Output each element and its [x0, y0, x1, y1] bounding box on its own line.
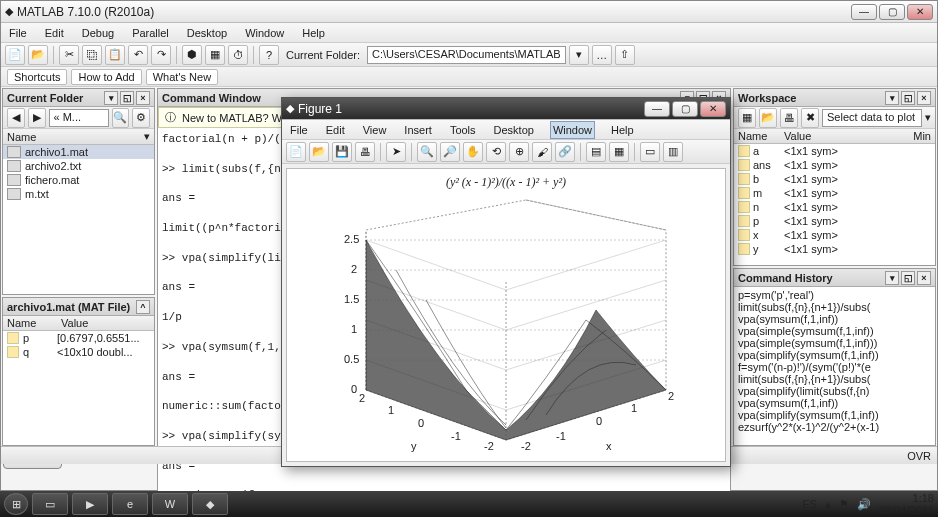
shortcuts-button[interactable]: Shortcuts — [7, 69, 67, 85]
hist-close-icon[interactable]: × — [917, 271, 931, 285]
fig-maximize-button[interactable]: ▢ — [672, 101, 698, 117]
ws-menu-icon[interactable]: ▾ — [885, 91, 899, 105]
fig-brush-button[interactable]: 🖌 — [532, 142, 552, 162]
fig-colorbar-button[interactable]: ▤ — [586, 142, 606, 162]
workspace-list[interactable]: a<1x1 sym> ans<1x1 sym> b<1x1 sym> m<1x1… — [734, 144, 935, 265]
plot-dropdown-icon[interactable]: ▾ — [925, 111, 931, 124]
ws-open-button[interactable]: 📂 — [759, 108, 777, 128]
figure-titlebar[interactable]: ◆ Figure 1 — ▢ ✕ — [282, 98, 730, 120]
simulink-button[interactable]: ⬢ — [182, 45, 202, 65]
task-word[interactable]: W — [152, 493, 188, 515]
ws-var-row[interactable]: b<1x1 sym> — [734, 172, 935, 186]
ws-print-button[interactable]: 🖶 — [780, 108, 798, 128]
history-line[interactable]: vpa(simple(symsum(f,1,inf))) — [736, 337, 933, 349]
history-line[interactable]: limit(subs(f,{n},{n+1})/subs( — [736, 301, 933, 313]
ws-close-icon[interactable]: × — [917, 91, 931, 105]
system-tray[interactable]: ES ▴ ⚑ 🔊 1:1809/04/2011 — [802, 492, 934, 516]
folder-path-box[interactable]: « M... — [49, 109, 109, 127]
file-row[interactable]: archivo1.mat — [3, 145, 154, 159]
history-line[interactable]: p=sym('p','real') — [736, 289, 933, 301]
menu-edit[interactable]: Edit — [43, 25, 66, 41]
fig-menu-edit[interactable]: Edit — [324, 122, 347, 138]
redo-button[interactable]: ↷ — [151, 45, 171, 65]
profiler-button[interactable]: ⏱ — [228, 45, 248, 65]
menu-window[interactable]: Window — [243, 25, 286, 41]
history-line[interactable]: vpa(simplify(limit(subs(f,{n) — [736, 385, 933, 397]
fig-menu-file[interactable]: File — [288, 122, 310, 138]
fig-print-button[interactable]: 🖶 — [355, 142, 375, 162]
open-button[interactable]: 📂 — [28, 45, 48, 65]
fig-close-button[interactable]: ✕ — [700, 101, 726, 117]
fig-menu-tools[interactable]: Tools — [448, 122, 478, 138]
ws-del-button[interactable]: ✖ — [801, 108, 819, 128]
undo-button[interactable]: ↶ — [128, 45, 148, 65]
details-list[interactable]: p[0.6797,0.6551... q<10x10 doubl... — [3, 331, 154, 445]
folder-browse-button[interactable]: … — [592, 45, 612, 65]
task-ie[interactable]: e — [112, 493, 148, 515]
ws-var-row[interactable]: ans<1x1 sym> — [734, 158, 935, 172]
history-line[interactable]: limit(subs(f,{n},{n+1})/subs( — [736, 373, 933, 385]
hist-menu-icon[interactable]: ▾ — [885, 271, 899, 285]
fig-new-button[interactable]: 📄 — [286, 142, 306, 162]
new-button[interactable]: 📄 — [5, 45, 25, 65]
fig-open-button[interactable]: 📂 — [309, 142, 329, 162]
ws-var-row[interactable]: x<1x1 sym> — [734, 228, 935, 242]
tray-volume-icon[interactable]: 🔊 — [857, 498, 871, 511]
menu-file[interactable]: File — [7, 25, 29, 41]
ws-var-row[interactable]: y<1x1 sym> — [734, 242, 935, 256]
fig-save-button[interactable]: 💾 — [332, 142, 352, 162]
menu-parallel[interactable]: Parallel — [130, 25, 171, 41]
fig-rotate-button[interactable]: ⟲ — [486, 142, 506, 162]
current-folder-path[interactable]: C:\Users\CESAR\Documents\MATLAB — [367, 46, 566, 64]
task-media[interactable]: ▶ — [72, 493, 108, 515]
fig-menu-desktop[interactable]: Desktop — [492, 122, 536, 138]
fig-menu-insert[interactable]: Insert — [402, 122, 434, 138]
fig-legend-button[interactable]: ▦ — [609, 142, 629, 162]
minimize-button[interactable]: — — [851, 4, 877, 20]
how-to-add-button[interactable]: How to Add — [71, 69, 141, 85]
folder-dropdown-button[interactable]: ▾ — [569, 45, 589, 65]
fig-menu-view[interactable]: View — [361, 122, 389, 138]
panel-undock-icon[interactable]: ◱ — [120, 91, 134, 105]
figure-window[interactable]: ◆ Figure 1 — ▢ ✕ File Edit View Insert T… — [281, 97, 731, 467]
history-line[interactable]: ezsurf(y^2*(x-1)^2/(y^2+(x-1) — [736, 421, 933, 433]
tray-date[interactable]: 09/04/2011 — [879, 504, 934, 516]
panel-close-icon[interactable]: × — [136, 91, 150, 105]
plot-selector[interactable]: Select data to plot — [822, 109, 922, 127]
whats-new-button[interactable]: What's New — [146, 69, 218, 85]
ws-new-button[interactable]: ▦ — [738, 108, 756, 128]
folder-gear-button[interactable]: ⚙ — [132, 108, 150, 128]
fig-pan-button[interactable]: ✋ — [463, 142, 483, 162]
tray-up-icon[interactable]: ▴ — [825, 498, 831, 511]
copy-button[interactable]: ⿻ — [82, 45, 102, 65]
figure-axes[interactable]: (y² (x - 1)²)/((x - 1)² + y²) — [286, 168, 726, 462]
ws-var-row[interactable]: m<1x1 sym> — [734, 186, 935, 200]
fig-menu-window[interactable]: Window — [550, 121, 595, 139]
fig-pointer-button[interactable]: ➤ — [386, 142, 406, 162]
file-row[interactable]: m.txt — [3, 187, 154, 201]
history-line[interactable]: vpa(simplify(symsum(f,1,inf)) — [736, 349, 933, 361]
fig-link-button[interactable]: 🔗 — [555, 142, 575, 162]
fig-hideplot-button[interactable]: ▭ — [640, 142, 660, 162]
menu-debug[interactable]: Debug — [80, 25, 116, 41]
file-row[interactable]: fichero.mat — [3, 173, 154, 187]
panel-menu-icon[interactable]: ▾ — [104, 91, 118, 105]
start-orb[interactable]: ⊞ — [4, 493, 28, 515]
fig-menu-help[interactable]: Help — [609, 122, 636, 138]
task-explorer[interactable]: ▭ — [32, 493, 68, 515]
cut-button[interactable]: ✂ — [59, 45, 79, 65]
fig-zoomin-button[interactable]: 🔍 — [417, 142, 437, 162]
file-list-header[interactable]: Name▾ — [3, 129, 154, 145]
history-line[interactable]: vpa(symsum(f,1,inf)) — [736, 397, 933, 409]
var-row[interactable]: p[0.6797,0.6551... — [3, 331, 154, 345]
guide-button[interactable]: ▦ — [205, 45, 225, 65]
folder-fwd-button[interactable]: ▶ — [28, 108, 46, 128]
fig-zoomout-button[interactable]: 🔎 — [440, 142, 460, 162]
paste-button[interactable]: 📋 — [105, 45, 125, 65]
folder-search-button[interactable]: 🔍 — [112, 108, 130, 128]
fig-datacursor-button[interactable]: ⊕ — [509, 142, 529, 162]
folder-back-button[interactable]: ◀ — [7, 108, 25, 128]
menu-desktop[interactable]: Desktop — [185, 25, 229, 41]
fig-minimize-button[interactable]: — — [644, 101, 670, 117]
tray-flag-icon[interactable]: ⚑ — [839, 498, 849, 511]
